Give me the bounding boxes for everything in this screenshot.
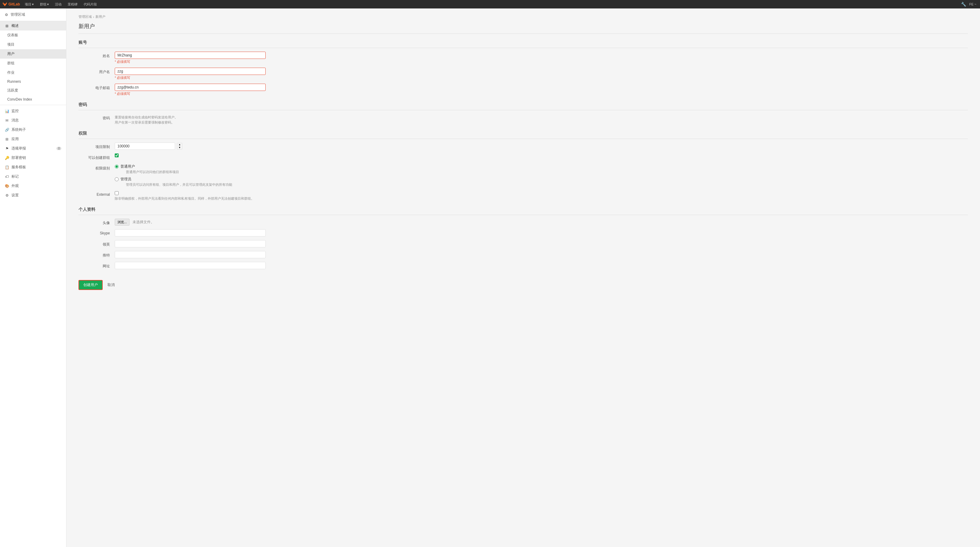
skype-label: Skype	[78, 229, 115, 235]
appearance-icon: 🎨	[5, 184, 9, 188]
sidebar-item-abuse-reports[interactable]: ⚑ 违规举报 0	[0, 144, 66, 153]
breadcrumb-current: 新用户	[95, 14, 105, 19]
create-user-button[interactable]: 创建用户	[78, 280, 103, 290]
external-control: 除非明确授权，外部用户无法看到任何内部和私有项目。同样，外部用户无法创建项目和群…	[115, 191, 266, 201]
sidebar-item-activity[interactable]: 活跃度	[0, 86, 66, 95]
avatar-label: 头像	[78, 218, 115, 226]
sidebar-item-appearance[interactable]: 🎨 外观	[0, 181, 66, 191]
external-desc: 除非明确授权，外部用户无法看到任何内部和私有项目。同样，外部用户无法创建项目和群…	[115, 196, 266, 201]
spinner-up[interactable]: ▲	[177, 143, 182, 146]
project-limit-control: ▲ ▼	[115, 143, 266, 150]
sidebar-item-hooks[interactable]: 🔗 系统钩子	[0, 125, 66, 134]
logo-text: GitLab	[8, 2, 20, 6]
twitter-row: 推特	[78, 251, 968, 258]
sidebar-item-applications[interactable]: ⊞ 应用	[0, 134, 66, 144]
avatar-control: 浏览... 未选择文件。	[115, 218, 266, 226]
gitlab-logo[interactable]: GitLab	[2, 2, 20, 6]
profile-section-title: 个人资料	[78, 207, 968, 215]
sidebar-item-overview[interactable]: ⊞ 概述	[0, 21, 66, 30]
email-input[interactable]	[115, 84, 266, 91]
can-create-group-label: 可以创建群组	[78, 153, 115, 160]
breadcrumb-separator: ›	[93, 15, 94, 19]
main-content: 管理区域 › 新用户 新用户 账号 姓名 * 必须填写 用户名 * 必须填写 电…	[67, 8, 980, 547]
sidebar-item-monitoring[interactable]: 📊 监控	[0, 106, 66, 116]
username-control: * 必须填写	[115, 68, 266, 80]
access-level-label: 权限级别	[78, 164, 115, 171]
sidebar-item-convdev[interactable]: ConvDev Index	[0, 95, 66, 104]
sidebar-item-users[interactable]: 用户	[0, 49, 66, 59]
skype-row: Skype	[78, 229, 968, 236]
sidebar-item-jobs[interactable]: 作业	[0, 68, 66, 77]
password-control: 重置链接将自动生成临时密码发送给用户。 用户在第一次登录后需要强制修改密码。	[115, 114, 266, 125]
nav-snippets[interactable]: 代码片段	[83, 2, 98, 7]
spinner-down[interactable]: ▼	[177, 146, 182, 149]
linkedin-control	[115, 240, 266, 247]
browse-button[interactable]: 浏览...	[115, 218, 129, 226]
monitor-icon: 📊	[5, 109, 9, 113]
breadcrumb-parent[interactable]: 管理区域	[78, 14, 92, 19]
name-control: * 必须填写	[115, 52, 266, 64]
twitter-input[interactable]	[115, 251, 266, 258]
email-label: 电子邮箱	[78, 84, 115, 91]
twitter-label: 推特	[78, 251, 115, 258]
abuse-reports-badge: 0	[56, 147, 61, 150]
sidebar-item-service-templates[interactable]: 📋 服务模板	[0, 163, 66, 172]
username-error: * 必须填写	[115, 75, 266, 80]
nav-activity[interactable]: 活动	[54, 2, 63, 7]
sidebar-item-dashboard[interactable]: 仪表板	[0, 30, 66, 40]
sidebar-item-runners[interactable]: Runners	[0, 77, 66, 86]
radio-regular-input[interactable]	[115, 164, 119, 169]
page-title: 新用户	[78, 23, 968, 34]
external-label: External	[78, 191, 115, 197]
username-label: 用户名	[78, 68, 115, 75]
can-create-group-checkbox[interactable]	[115, 153, 119, 157]
nav-projects[interactable]: 项目 ▾	[24, 2, 35, 7]
website-label: 网址	[78, 262, 115, 269]
radio-admin: 管理员 管理员可以访问所有组、项目和用户，并且可以管理此支架中的所有功能	[115, 177, 266, 187]
username-row: 用户名 * 必须填写	[78, 68, 968, 80]
username-input[interactable]	[115, 68, 266, 75]
nav-groups[interactable]: 群组 ▾	[39, 2, 50, 7]
email-error: * 必须填写	[115, 91, 266, 96]
sidebar-item-groups[interactable]: 群组	[0, 59, 66, 68]
can-create-group-row: 可以创建群组	[78, 153, 968, 160]
website-input[interactable]	[115, 262, 266, 269]
password-label: 密码	[78, 114, 115, 121]
email-row: 电子邮箱 * 必须填写	[78, 84, 968, 96]
access-level-row: 权限级别 普通用户 普通用户可以访问他们的群组和项目 管理员 管理员可以访问所有…	[78, 164, 968, 187]
key-icon: 🔑	[5, 156, 9, 160]
top-nav: GitLab 项目 ▾ 群组 ▾ 活动 里程碑 代码片段 🔧 FE ~	[0, 0, 980, 8]
fe-label[interactable]: FE ~	[968, 2, 978, 6]
radio-regular-label: 普通用户	[121, 164, 179, 169]
settings-icon: ⚙	[5, 13, 8, 17]
sidebar-item-messages[interactable]: ✉ 消息	[0, 116, 66, 125]
nav-milestones[interactable]: 里程碑	[67, 2, 79, 7]
cancel-button[interactable]: 取消	[108, 282, 115, 287]
flag-icon: ⚑	[5, 147, 9, 151]
sidebar-item-projects[interactable]: 项目	[0, 40, 66, 49]
account-section-title: 账号	[78, 40, 968, 48]
wrench-icon[interactable]: 🔧	[961, 2, 966, 6]
nav-right: 🔧 FE ~	[961, 2, 978, 6]
website-row: 网址	[78, 262, 968, 269]
external-checkbox[interactable]	[115, 191, 119, 195]
skype-input[interactable]	[115, 229, 266, 236]
name-input[interactable]	[115, 52, 266, 59]
password-hint: 重置链接将自动生成临时密码发送给用户。 用户在第一次登录后需要强制修改密码。	[115, 115, 266, 125]
sidebar-item-settings[interactable]: ⚙ 设置	[0, 191, 66, 200]
sidebar-header: ⚙ 管理区域	[0, 8, 66, 21]
name-row: 姓名 * 必须填写	[78, 52, 968, 64]
name-label: 姓名	[78, 52, 115, 59]
email-control: * 必须填写	[115, 84, 266, 96]
sidebar-item-deploy-keys[interactable]: 🔑 部署密钥	[0, 153, 66, 163]
spinner[interactable]: ▲ ▼	[177, 143, 182, 150]
linkedin-input[interactable]	[115, 240, 266, 247]
skype-control	[115, 229, 266, 236]
sidebar-item-labels[interactable]: 🏷 标记	[0, 172, 66, 181]
label-icon: 🏷	[5, 175, 9, 179]
linkedin-label: 领英	[78, 240, 115, 247]
avatar-row: 头像 浏览... 未选择文件。	[78, 218, 968, 226]
radio-admin-input[interactable]	[115, 177, 119, 181]
project-limit-row: 项目限制 ▲ ▼	[78, 143, 968, 150]
project-limit-input[interactable]	[115, 143, 175, 150]
